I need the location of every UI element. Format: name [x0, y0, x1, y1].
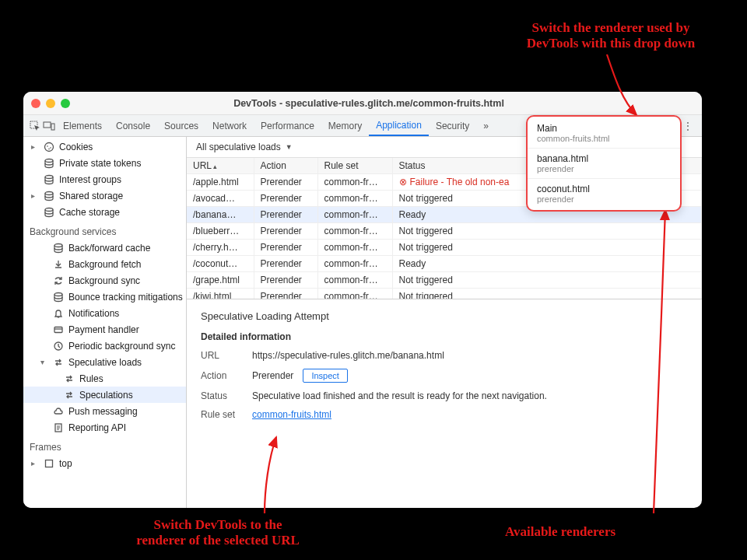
svg-point-9 [45, 175, 53, 178]
sidebar-item-label: Cookies [59, 142, 93, 152]
close-icon[interactable] [31, 99, 40, 108]
db-icon [53, 292, 64, 303]
sidebar-item-label: Shared storage [59, 191, 123, 201]
sidebar-item-push-messaging[interactable]: Push messaging [23, 403, 186, 419]
titlebar: DevTools - speculative-rules.glitch.me/c… [23, 92, 702, 115]
sidebar-item-top[interactable]: ▸top [23, 455, 186, 471]
sidebar-item-background-sync[interactable]: Background sync [23, 272, 186, 289]
error-icon: ⊗ [399, 177, 407, 187]
sidebar-item-label: Bounce tracking mitigations [68, 292, 183, 303]
column-header-rule-set[interactable]: Rule set [317, 158, 392, 174]
cell-url: /coconut… [187, 256, 254, 272]
tab-sources[interactable]: Sources [157, 115, 205, 136]
sidebar-item-reporting-api[interactable]: Reporting API [23, 419, 186, 436]
cell-status: Ready [392, 256, 702, 272]
column-header-url[interactable]: URL▴ [187, 158, 254, 174]
table-row[interactable]: /coconut…Prerendercommon-fr…Ready [187, 256, 702, 272]
zoom-icon[interactable] [61, 99, 70, 108]
sync-icon [53, 275, 64, 286]
sidebar-item-notifications[interactable]: Notifications [23, 305, 186, 321]
cell-ruleset: common-fr… [317, 272, 392, 289]
cell-action: Prerender [254, 191, 317, 207]
renderer-popup: Main common-fruits.html banana.htmlprere… [526, 115, 682, 212]
table-row[interactable]: /kiwi.htmlPrerendercommon-fr…Not trigger… [187, 289, 702, 300]
sidebar-item-periodic-background-sync[interactable]: Periodic background sync [23, 338, 186, 354]
tab-application[interactable]: Application [369, 115, 429, 136]
disclosure-arrow-icon: ▸ [31, 142, 39, 151]
sidebar-item-label: Interest groups [59, 174, 121, 185]
cookie-icon [44, 142, 54, 152]
sort-asc-icon: ▴ [213, 163, 217, 170]
tab-memory[interactable]: Memory [321, 115, 369, 136]
sidebar-item-label: Reporting API [68, 422, 126, 433]
sidebar-item-background-fetch[interactable]: Background fetch [23, 256, 186, 272]
cell-status: Not triggered [392, 289, 702, 300]
svg-rect-1 [44, 122, 51, 128]
inspect-button[interactable]: Inspect [303, 369, 347, 383]
table-row[interactable]: /grape.htmlPrerendercommon-fr…Not trigge… [187, 272, 702, 289]
sidebar-item-private-state-tokens[interactable]: Private state tokens [23, 155, 186, 171]
minimize-icon[interactable] [46, 99, 55, 108]
sidebar-item-label: Notifications [68, 308, 119, 319]
sidebar-group-frames: Frames [23, 439, 186, 455]
detail-status-value: Speculative load finished and the result… [252, 390, 547, 401]
cell-status: Not triggered [392, 240, 702, 256]
svg-point-6 [50, 147, 51, 149]
cell-action: Prerender [254, 207, 317, 223]
sidebar-item-bounce-tracking-mitigations[interactable]: Bounce tracking mitigations [23, 289, 186, 305]
more-tabs[interactable]: » [476, 115, 496, 136]
tab-performance[interactable]: Performance [254, 115, 321, 136]
column-header-action[interactable]: Action [254, 158, 317, 174]
application-sidebar: ▸CookiesPrivate state tokensInterest gro… [23, 137, 187, 508]
detail-action-label: Action [201, 370, 243, 381]
renderer-option[interactable]: coconut.htmlprerender [528, 180, 680, 207]
detail-action-value: Prerender [252, 370, 293, 381]
tab-console[interactable]: Console [109, 115, 157, 136]
cell-ruleset: common-fr… [317, 289, 392, 300]
device-toolbar-icon[interactable] [42, 119, 56, 133]
renderer-option-main[interactable]: Main common-fruits.html [528, 120, 680, 146]
cell-action: Prerender [254, 174, 317, 191]
annotation-top: Switch the renderer used byDevTools with… [498, 20, 724, 52]
sidebar-item-label: Private state tokens [59, 158, 141, 169]
devtools-window: DevTools - speculative-rules.glitch.me/c… [23, 92, 702, 508]
detail-url-value: https://speculative-rules.glitch.me/bana… [252, 350, 444, 361]
sidebar-item-speculations[interactable]: Speculations [23, 387, 186, 403]
sidebar-item-label: Payment handler [68, 324, 139, 335]
sidebar-item-cache-storage[interactable]: Cache storage [23, 204, 186, 220]
tab-elements[interactable]: Elements [56, 115, 109, 136]
svg-point-13 [54, 292, 62, 296]
detail-panel: Speculative Loading Attempt Detailed inf… [187, 299, 702, 508]
sidebar-item-label: Push messaging [68, 406, 138, 417]
table-row[interactable]: /cherry.h…Prerendercommon-fr…Not trigger… [187, 240, 702, 256]
detail-ruleset-link[interactable]: common-fruits.html [252, 409, 331, 420]
sidebar-item-shared-storage[interactable]: ▸Shared storage [23, 187, 186, 204]
cell-ruleset: common-fr… [317, 207, 392, 223]
window-title: DevTools - speculative-rules.glitch.me/c… [81, 98, 657, 109]
renderer-option[interactable]: banana.htmlprerender [528, 150, 680, 177]
sidebar-item-back-forward-cache[interactable]: Back/forward cache [23, 240, 186, 256]
swap-icon [53, 357, 64, 368]
sidebar-item-payment-handler[interactable]: Payment handler [23, 321, 186, 338]
tab-security[interactable]: Security [429, 115, 476, 136]
sidebar-item-speculative-loads[interactable]: ▾Speculative loads [23, 354, 186, 370]
sidebar-group-background: Background services [23, 223, 186, 240]
inspect-icon[interactable] [28, 119, 42, 133]
db-icon [44, 158, 54, 169]
disclosure-arrow-icon: ▾ [40, 358, 48, 366]
sidebar-item-cookies[interactable]: ▸Cookies [23, 138, 186, 155]
tab-network[interactable]: Network [205, 115, 254, 136]
chevron-down-icon: ▼ [286, 143, 293, 151]
sidebar-item-rules[interactable]: Rules [23, 370, 186, 387]
cell-ruleset: common-fr… [317, 174, 392, 191]
sidebar-item-label: Cache storage [59, 207, 120, 218]
detail-url-label: URL [201, 350, 243, 361]
svg-point-4 [45, 142, 54, 151]
table-row[interactable]: /blueberr…Prerendercommon-fr…Not trigger… [187, 223, 702, 240]
card-icon [53, 324, 64, 335]
svg-point-10 [45, 191, 53, 194]
cell-action: Prerender [254, 223, 317, 240]
sidebar-item-interest-groups[interactable]: Interest groups [23, 171, 186, 187]
clock-icon [53, 341, 64, 352]
sidebar-item-label: Rules [79, 373, 103, 384]
